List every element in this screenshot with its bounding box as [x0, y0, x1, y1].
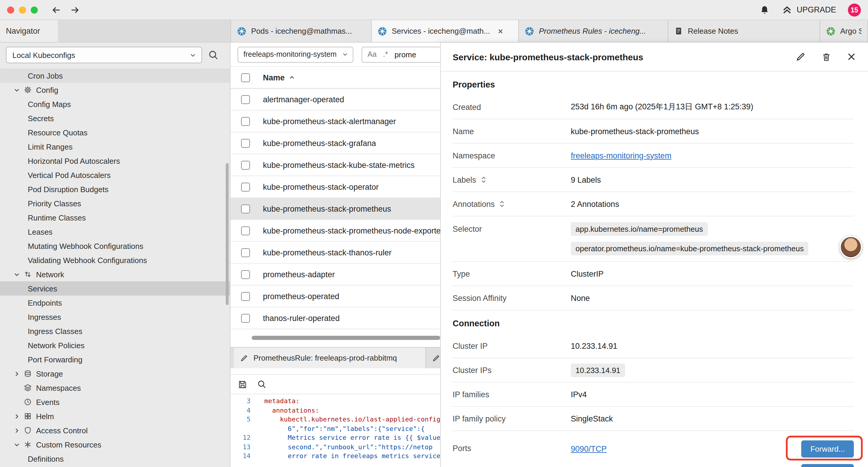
sidebar-item[interactable]: Port Forwarding [0, 352, 230, 367]
property-row-cluster-ip: Cluster IP 10.233.14.91 [453, 334, 854, 358]
table-row[interactable]: kube-prometheus-stack-prometheus [230, 198, 440, 220]
row-checkbox[interactable] [241, 226, 250, 235]
tab-argo[interactable]: Argo S [820, 20, 868, 42]
dock-tab-prometheusrule[interactable]: PrometheusRule: freeleaps-prod-rabbitmq [234, 348, 426, 368]
yaml-editor[interactable]: 3 metadata: 4 annotations: 5 kubectl.kub… [230, 394, 440, 467]
sidebar-item[interactable]: Definitions [0, 451, 230, 466]
table-row[interactable]: kube-prometheus-stack-grafana [230, 133, 440, 154]
sidebar-item[interactable]: Network [0, 267, 230, 282]
sidebar-search-icon[interactable] [208, 50, 219, 60]
table-row[interactable]: prometheus-operated [230, 286, 440, 308]
match-case-toggle[interactable]: Aa [368, 50, 377, 59]
sidebar-item[interactable]: Validating Webhook Configurations [0, 253, 230, 267]
expand-toggle-icon[interactable] [480, 176, 487, 184]
table-row[interactable]: prometheus-adapter [230, 264, 440, 286]
sidebar-item[interactable]: Limit Ranges [0, 140, 230, 154]
sidebar-item[interactable]: Ingress Classes [0, 324, 230, 338]
sidebar-item[interactable]: Resource Quotas [0, 125, 230, 140]
table-row[interactable]: kube-prometheus-stack-thanos-ruler [230, 242, 440, 264]
table-row[interactable]: kube-prometheus-stack-operator [230, 176, 440, 198]
property-row-name: Name kube-prometheus-stack-prometheus [453, 119, 854, 144]
sidebar-item[interactable]: Namespaces [0, 381, 230, 395]
search-input[interactable]: Aa .* prome [362, 47, 440, 62]
properties-section-heading: Properties [453, 71, 854, 95]
row-checkbox[interactable] [241, 292, 250, 300]
sidebar-item[interactable]: Leases [0, 225, 230, 239]
close-panel-icon[interactable] [847, 52, 856, 61]
sidebar-item[interactable]: Endpoints [0, 296, 230, 310]
services-list-pane: freeleaps-monitoring-system Aa .* prome … [230, 42, 440, 467]
row-checkbox[interactable] [241, 160, 250, 169]
sidebar-item[interactable]: Runtime Classes [0, 210, 230, 225]
row-checkbox[interactable] [241, 182, 250, 191]
sidebar-item[interactable]: Custom Resources [0, 437, 230, 451]
minimize-window-button[interactable] [19, 6, 26, 13]
sidebar-item[interactable]: Helm [0, 409, 230, 423]
row-checkbox[interactable] [241, 270, 250, 279]
sidebar-item[interactable]: Events [0, 395, 230, 409]
sidebar-item[interactable]: Mutating Webhook Configurations [0, 239, 230, 253]
forward-button[interactable]: Forward... [802, 440, 854, 457]
save-icon[interactable] [238, 379, 248, 389]
sidebar-item[interactable]: Config Maps [0, 97, 230, 111]
sidebar-item[interactable]: Access Control [0, 423, 230, 437]
sidebar-item[interactable]: Secrets [0, 111, 230, 125]
editor-search-icon[interactable] [257, 380, 267, 389]
selector-badge: app.kubernetes.io/name=prometheus [571, 222, 708, 236]
sidebar-item[interactable]: Storage [0, 367, 230, 381]
sidebar-item[interactable]: Config [0, 83, 230, 97]
forward-icon[interactable] [70, 5, 80, 14]
port-link-9090[interactable]: 9090/TCP [571, 444, 607, 453]
horizontal-scrollbar[interactable] [252, 336, 440, 340]
sidebar-item[interactable]: Vertical Pod Autoscalers [0, 168, 230, 182]
close-window-button[interactable] [7, 6, 14, 13]
namespace-filter-dropdown[interactable]: freeleaps-monitoring-system [238, 47, 353, 62]
sidebar-item[interactable]: Priority Classes [0, 196, 230, 210]
edit-pencil-icon[interactable] [795, 52, 806, 62]
table-row[interactable]: kube-prometheus-stack-kube-state-metrics [230, 154, 440, 176]
back-icon[interactable] [51, 5, 61, 14]
sidebar-item[interactable]: Horizontal Pod Autoscalers [0, 154, 230, 168]
code-line: 14 error rate in freeleaps metrics servi… [230, 451, 440, 461]
select-all-checkbox[interactable] [241, 73, 250, 82]
tab-prometheus-rules[interactable]: Prometheus Rules - icecheng... [519, 20, 668, 42]
row-checkbox[interactable] [241, 248, 250, 257]
table-row[interactable]: kube-prometheus-stack-prometheus-node-ex… [230, 220, 440, 242]
notifications-bell-icon[interactable] [759, 4, 770, 15]
expand-toggle-icon[interactable] [499, 200, 505, 208]
forward-button[interactable]: Forward... [802, 464, 854, 467]
regex-toggle[interactable]: .* [383, 50, 388, 59]
row-checkbox[interactable] [241, 204, 250, 213]
notification-count-badge[interactable]: 15 [848, 3, 861, 16]
user-avatar[interactable] [840, 236, 862, 258]
table-row[interactable]: kube-prometheus-stack-alertmanager [230, 111, 440, 133]
row-checkbox[interactable] [241, 314, 250, 322]
sidebar-scrollbar[interactable] [226, 163, 229, 305]
sidebar-item[interactable]: Services [0, 282, 230, 296]
dock-tab-next[interactable] [426, 348, 440, 368]
tab-pods[interactable]: Pods - icecheng@mathmas... [231, 20, 372, 42]
tab-release-notes[interactable]: Release Notes [668, 20, 820, 42]
services-table: alertmanager-operated kube-prometheus-st… [230, 89, 440, 329]
navigator-tab[interactable]: Navigator [0, 20, 58, 42]
sidebar-item[interactable]: Pod Disruption Budgets [0, 182, 230, 196]
apps-icon [24, 412, 36, 420]
row-checkbox[interactable] [241, 117, 250, 126]
kubeconfig-selector-dropdown[interactable]: Local Kubeconfigs [6, 47, 202, 63]
table-row[interactable]: thanos-ruler-operated [230, 308, 440, 329]
namespace-link[interactable]: freeleaps-monitoring-system [571, 151, 672, 160]
sidebar-item[interactable]: Cron Jobs [0, 68, 230, 83]
tab-services[interactable]: Services - icecheng@math... [372, 20, 519, 42]
name-column-header[interactable]: Name [263, 73, 296, 82]
layers-icon [24, 384, 36, 392]
row-checkbox[interactable] [241, 95, 250, 104]
table-row[interactable]: alertmanager-operated [230, 89, 440, 111]
code-line: 13 second.","runbook_url":"https://netop [230, 442, 440, 451]
maximize-window-button[interactable] [31, 6, 38, 13]
sidebar-item[interactable]: Ingresses [0, 310, 230, 324]
row-checkbox[interactable] [241, 139, 250, 147]
sidebar-item[interactable]: Network Policies [0, 338, 230, 352]
close-tab-icon[interactable] [497, 28, 504, 35]
delete-trash-icon[interactable] [821, 52, 831, 62]
upgrade-button[interactable]: UPGRADE [782, 4, 836, 15]
